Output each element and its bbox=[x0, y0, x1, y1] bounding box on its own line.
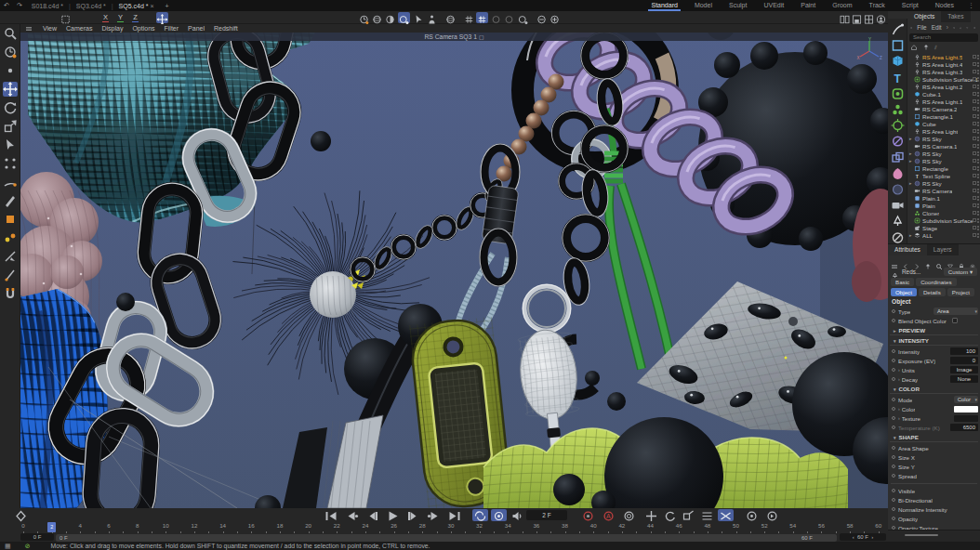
menu-panel[interactable]: Panel bbox=[188, 25, 205, 32]
goto-start-icon[interactable] bbox=[324, 509, 339, 521]
time-tool-icon[interactable] bbox=[3, 45, 18, 59]
object-item[interactable]: RS Area Light.3 bbox=[907, 68, 980, 75]
light-icon[interactable] bbox=[890, 214, 906, 229]
objects-up-icon[interactable] bbox=[922, 44, 930, 51]
select-object-icon[interactable] bbox=[413, 12, 425, 23]
object-item[interactable]: RS Area Light.4 bbox=[907, 60, 980, 68]
snap-grid-icon[interactable] bbox=[476, 12, 488, 23]
camera-icon[interactable] bbox=[890, 198, 906, 213]
render-view-icon[interactable] bbox=[358, 12, 370, 23]
document-tab[interactable]: SQ3.c4d * bbox=[71, 3, 112, 9]
goto-end-icon[interactable] bbox=[446, 509, 462, 521]
attr-toolbar-icon-4[interactable] bbox=[935, 257, 943, 265]
attr-section-shape[interactable]: ▾SHAPE bbox=[890, 433, 978, 442]
spline-rect-icon[interactable] bbox=[890, 38, 906, 53]
visibility-toggles[interactable] bbox=[973, 174, 979, 178]
subdivision-icon[interactable] bbox=[890, 86, 906, 101]
visibility-toggles[interactable] bbox=[973, 189, 979, 193]
redo-icon[interactable]: ↷ bbox=[13, 2, 26, 9]
line-tool-icon[interactable] bbox=[3, 268, 18, 282]
document-tab[interactable]: S018.c4d * bbox=[26, 3, 69, 9]
object-item[interactable]: ▸ ALL bbox=[907, 231, 980, 239]
zoom-in-icon[interactable] bbox=[549, 12, 561, 23]
attr-toolbar-icon-0[interactable] bbox=[891, 257, 898, 265]
layout-panes-icon[interactable] bbox=[839, 12, 851, 23]
panel-tab-attributes[interactable]: Attributes bbox=[888, 244, 927, 255]
deformer-icon[interactable] bbox=[890, 134, 906, 149]
attr-mode-dropdown[interactable]: Custom ▾ bbox=[944, 268, 977, 276]
visibility-toggles[interactable] bbox=[973, 85, 979, 89]
object-item[interactable]: Plain.1 bbox=[907, 194, 980, 202]
visibility-toggles[interactable] bbox=[973, 203, 979, 208]
panel-tab-objects[interactable]: Objects bbox=[907, 11, 941, 22]
sound-icon[interactable] bbox=[510, 509, 525, 521]
object-item[interactable]: RS Camera.1 bbox=[907, 142, 980, 150]
workspace-tab-script[interactable]: Script bbox=[894, 0, 927, 11]
attributes-hscrollbar[interactable] bbox=[905, 534, 938, 536]
cursor-tool-icon[interactable] bbox=[3, 138, 18, 152]
attr-toolbar-icon-6[interactable] bbox=[958, 257, 965, 265]
next-frame-icon[interactable] bbox=[405, 509, 421, 521]
objects-path-home-icon[interactable] bbox=[910, 44, 918, 51]
attr-section-color[interactable]: ▾COLOR bbox=[890, 385, 978, 394]
workspace-overflow-icon[interactable]: ⋮ bbox=[962, 2, 980, 9]
visibility-toggles[interactable] bbox=[973, 211, 979, 216]
object-item[interactable]: RS Area Light.5 bbox=[907, 53, 980, 60]
workspace-tab-standard[interactable]: Standard bbox=[642, 0, 685, 11]
attr-toolbar-icon-3[interactable] bbox=[924, 257, 932, 265]
attr-tab-details[interactable]: Details bbox=[919, 288, 946, 296]
attr-section-intensity[interactable]: ▾INTENSITY bbox=[890, 336, 978, 346]
visibility-toggles[interactable] bbox=[973, 233, 979, 238]
keyframe-icon[interactable] bbox=[13, 509, 29, 521]
playhead[interactable]: 2 bbox=[47, 522, 56, 532]
particles-icon[interactable] bbox=[517, 12, 529, 23]
attr-tab-project[interactable]: Project bbox=[947, 288, 974, 296]
attr-row[interactable]: Bi-Directional bbox=[888, 495, 980, 504]
object-item[interactable]: ▸ RS Sky bbox=[907, 179, 980, 187]
visibility-toggles[interactable] bbox=[973, 129, 979, 134]
split-view-icon[interactable] bbox=[863, 12, 875, 23]
zoom-out-icon[interactable] bbox=[536, 12, 548, 23]
visibility-toggles[interactable] bbox=[973, 92, 979, 97]
attr-row[interactable]: › Color bbox=[888, 404, 980, 413]
attr-row[interactable]: Size Y bbox=[888, 462, 980, 471]
panel-tab-layers[interactable]: Layers bbox=[927, 244, 959, 255]
attr-toolbar-icon-2[interactable] bbox=[913, 257, 920, 265]
objects-menu-more-icon[interactable]: › bbox=[947, 24, 948, 31]
history-icon[interactable] bbox=[444, 12, 457, 23]
visibility-toggles[interactable] bbox=[973, 77, 979, 82]
workspace-tab-sculpt[interactable]: Sculpt bbox=[721, 0, 755, 11]
move-tool-icon[interactable] bbox=[3, 82, 18, 97]
render-half-icon[interactable] bbox=[384, 12, 396, 23]
visibility-toggles[interactable] bbox=[973, 55, 979, 59]
scale-tool-icon[interactable] bbox=[3, 119, 18, 134]
attr-row[interactable]: Exposure (EV)0 bbox=[888, 356, 980, 365]
attr-row[interactable]: Blend Object Color bbox=[888, 316, 980, 325]
vertex-tool-icon[interactable] bbox=[3, 230, 18, 245]
visibility-toggles[interactable] bbox=[973, 99, 979, 104]
axis-lock-y[interactable]: Y bbox=[115, 12, 126, 23]
object-item[interactable]: Subdivision Surface.1 bbox=[907, 75, 980, 83]
viewport[interactable] bbox=[20, 33, 888, 508]
attr-row[interactable]: Spread bbox=[888, 471, 980, 480]
attr-section-preview[interactable]: ▸PREVIEW bbox=[890, 326, 978, 335]
attr-row[interactable]: Temperature (K)6500 bbox=[888, 423, 980, 432]
object-item[interactable]: Subdivision Surface bbox=[907, 216, 980, 224]
visibility-toggles[interactable] bbox=[973, 226, 979, 230]
visibility-toggles[interactable] bbox=[973, 144, 979, 149]
keyframe-sel-icon[interactable] bbox=[744, 509, 760, 521]
visibility-toggles[interactable] bbox=[973, 70, 979, 74]
play-icon[interactable] bbox=[385, 509, 401, 521]
objects-menu-icon[interactable] bbox=[910, 24, 912, 32]
attr-row[interactable]: Intensity100 bbox=[888, 347, 980, 356]
spline-boolean-icon[interactable] bbox=[890, 151, 906, 165]
object-item[interactable]: Cloner bbox=[907, 209, 980, 216]
object-item[interactable]: RS Camera bbox=[907, 187, 980, 194]
workspace-tab-track[interactable]: Track bbox=[861, 0, 894, 11]
range-start-field[interactable]: 0 F bbox=[20, 533, 54, 541]
sky-icon[interactable] bbox=[890, 182, 906, 197]
motext-icon[interactable]: T bbox=[890, 71, 906, 85]
attr-row[interactable]: Opacity bbox=[888, 514, 980, 523]
attr-row[interactable]: ModeColor bbox=[888, 395, 980, 404]
objects-grid-icon[interactable] bbox=[973, 24, 975, 32]
